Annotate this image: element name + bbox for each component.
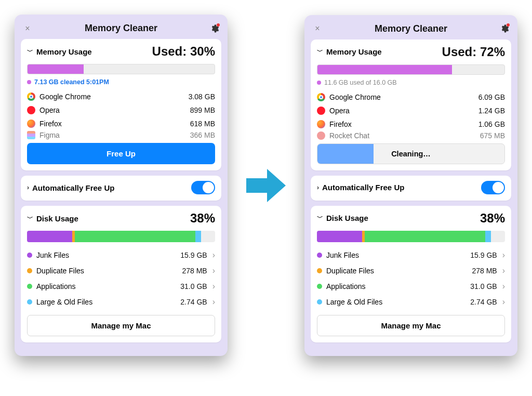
- disk-usage-label: Disk Usage: [36, 214, 78, 223]
- memory-usage-card: ﹀ Memory Usage Used: 72% 11.6 GB used of…: [311, 39, 511, 170]
- titlebar: × Memory Cleaner: [311, 21, 511, 39]
- disk-usage-header[interactable]: ﹀ Disk Usage 38%: [317, 211, 505, 226]
- memory-cleaner-window-after: × Memory Cleaner ﹀ Memory Usage Used: 72…: [304, 15, 517, 356]
- close-icon[interactable]: ×: [23, 24, 32, 33]
- chevron-down-icon: ﹀: [317, 47, 323, 56]
- auto-free-up-header[interactable]: › Automatically Free Up: [317, 183, 404, 192]
- disk-category-size: 2.74 GB: [180, 298, 207, 306]
- app-name: Google Chrome: [39, 93, 91, 101]
- app-row[interactable]: Opera899 MB: [27, 103, 215, 117]
- notification-dot-icon: [217, 23, 220, 27]
- disk-category-size: 15.9 GB: [470, 251, 497, 259]
- auto-free-up-header[interactable]: › Automatically Free Up: [27, 183, 114, 192]
- settings-gear-icon[interactable]: [500, 24, 509, 33]
- disk-segment-blue: [195, 231, 201, 242]
- close-icon[interactable]: ×: [313, 24, 322, 33]
- disk-segment-green: [365, 231, 485, 242]
- disk-usage-label: Disk Usage: [326, 214, 368, 222]
- disk-row[interactable]: Large & Old Files2.74 GB›: [27, 294, 215, 310]
- disk-row[interactable]: Duplicate Files278 MB›: [317, 263, 505, 279]
- chevron-down-icon: ﹀: [27, 214, 33, 223]
- disk-usage-header[interactable]: ﹀ Disk Usage 38%: [27, 211, 215, 226]
- chevron-right-icon: ›: [502, 266, 505, 275]
- disk-segment-blue: [485, 231, 491, 242]
- disk-row[interactable]: Applications31.0 GB›: [317, 279, 505, 294]
- app-name: Opera: [329, 107, 350, 115]
- figma-icon: [27, 131, 35, 139]
- disk-usage-card: ﹀ Disk Usage 38% Junk Files15.9 GB›Dupli…: [21, 206, 221, 342]
- free-up-button[interactable]: Free Up: [27, 143, 215, 164]
- auto-free-up-card: › Automatically Free Up: [311, 176, 511, 201]
- memory-progress-bar: [317, 64, 505, 75]
- disk-segment-purple: [317, 231, 362, 242]
- app-name: Google Chrome: [329, 93, 381, 101]
- disk-stacked-bar: [317, 231, 505, 242]
- disk-category-list: Junk Files15.9 GB›Duplicate Files278 MB›…: [317, 247, 505, 310]
- disk-percent-value: 38%: [480, 211, 505, 226]
- app-row[interactable]: Opera1.24 GB: [317, 104, 505, 117]
- app-row[interactable]: Firefox1.06 GB: [317, 117, 505, 131]
- cleaning-progress-button[interactable]: Cleaning…: [317, 143, 505, 164]
- titlebar: × Memory Cleaner: [21, 21, 221, 39]
- app-row[interactable]: Rocket Chat675 MB: [317, 131, 505, 140]
- category-dot-icon: [27, 299, 32, 305]
- opera-icon: [27, 106, 35, 114]
- app-row[interactable]: Figma366 MB: [27, 130, 215, 140]
- app-row[interactable]: Google Chrome3.08 GB: [27, 90, 215, 103]
- disk-row[interactable]: Large & Old Files2.74 GB›: [317, 294, 505, 310]
- disk-category-size: 31.0 GB: [180, 282, 207, 291]
- memory-usage-label: Memory Usage: [36, 47, 92, 56]
- memory-usage-header[interactable]: ﹀ Memory Usage Used: 30%: [27, 44, 215, 59]
- chevron-right-icon: ›: [212, 282, 215, 291]
- chevron-right-icon: ›: [502, 250, 505, 260]
- opera-icon: [317, 107, 325, 115]
- disk-category-name: Junk Files: [36, 251, 69, 259]
- app-size: 366 MB: [190, 131, 215, 139]
- firefox-icon: [27, 120, 35, 128]
- app-name: Firefox: [39, 120, 62, 128]
- settings-gear-icon[interactable]: [210, 24, 219, 33]
- disk-category-name: Junk Files: [326, 251, 359, 259]
- app-row[interactable]: Firefox618 MB: [27, 117, 215, 130]
- memory-cleaner-window-before: × Memory Cleaner ﹀ Memory Usage Used: 30…: [15, 15, 228, 356]
- chevron-down-icon: ﹀: [27, 47, 33, 56]
- status-bullet-icon: [317, 81, 321, 85]
- memory-used-value: Used: 30%: [152, 44, 215, 59]
- disk-category-name: Large & Old Files: [326, 298, 382, 306]
- disk-category-size: 278 MB: [182, 267, 207, 275]
- chevron-right-icon: ›: [502, 282, 505, 291]
- auto-free-up-toggle[interactable]: [191, 181, 215, 194]
- memory-status-text: 11.6 GB used of 16.0 GB: [324, 79, 397, 86]
- disk-category-name: Large & Old Files: [36, 298, 92, 306]
- category-dot-icon: [317, 268, 322, 273]
- chevron-right-icon: ›: [212, 266, 215, 275]
- manage-my-mac-button[interactable]: Manage my Mac: [27, 315, 215, 336]
- disk-row[interactable]: Junk Files15.9 GB›: [317, 247, 505, 263]
- disk-category-size: 15.9 GB: [180, 251, 207, 259]
- app-name: Rocket Chat: [329, 131, 369, 140]
- auto-free-up-card: › Automatically Free Up: [21, 176, 221, 201]
- category-dot-icon: [317, 253, 322, 258]
- memory-used-value: Used: 72%: [442, 45, 505, 59]
- arrow-right-icon: [244, 166, 288, 205]
- app-name: Opera: [39, 106, 60, 114]
- notification-dot-icon: [507, 23, 510, 27]
- disk-row[interactable]: Duplicate Files278 MB›: [27, 263, 215, 279]
- chevron-right-icon: ›: [502, 297, 505, 307]
- category-dot-icon: [27, 253, 32, 258]
- manage-my-mac-button[interactable]: Manage my Mac: [317, 315, 505, 336]
- status-bullet-icon: [27, 80, 31, 84]
- category-dot-icon: [27, 284, 32, 289]
- disk-category-size: 278 MB: [472, 267, 497, 275]
- app-row[interactable]: Google Chrome6.09 GB: [317, 90, 505, 104]
- disk-row[interactable]: Junk Files15.9 GB›: [27, 247, 215, 263]
- disk-row[interactable]: Applications31.0 GB›: [27, 279, 215, 294]
- disk-category-name: Duplicate Files: [36, 267, 84, 275]
- memory-usage-header[interactable]: ﹀ Memory Usage Used: 72%: [317, 45, 505, 59]
- category-dot-icon: [317, 284, 322, 289]
- app-name: Figma: [39, 131, 60, 139]
- auto-free-up-label: Automatically Free Up: [322, 183, 404, 192]
- app-size: 899 MB: [190, 106, 215, 114]
- chevron-right-icon: ›: [212, 297, 215, 307]
- auto-free-up-toggle[interactable]: [481, 181, 505, 194]
